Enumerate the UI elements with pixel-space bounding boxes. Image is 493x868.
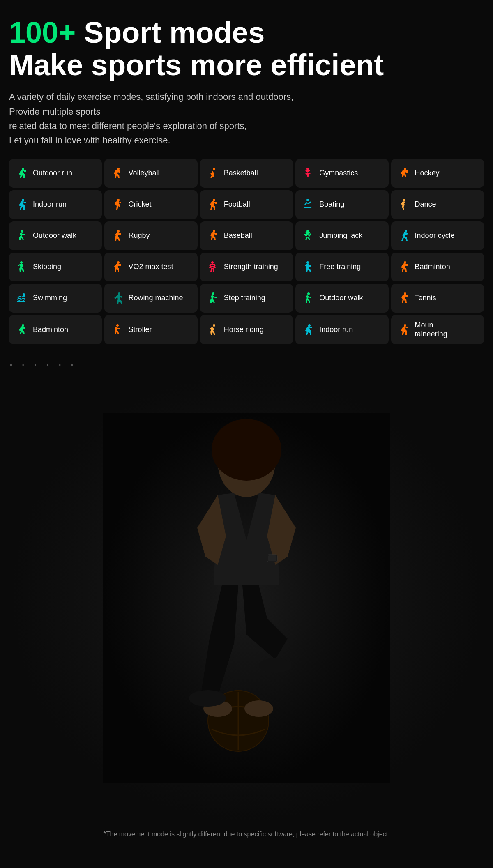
badminton1-label: Badminton: [415, 262, 450, 272]
description: A variety of daily exercise modes, satis…: [9, 90, 461, 147]
svg-point-40: [189, 690, 226, 707]
sports-grid: Outdoor run Volleyball Basketball Gymnas…: [9, 159, 484, 344]
svg-point-32: [212, 419, 281, 481]
jumping-jack-icon: [300, 229, 315, 242]
indoor-run2-icon: [300, 323, 315, 336]
badminton2-label: Badminton: [33, 325, 68, 334]
skipping-icon: [14, 260, 29, 274]
mountaineering-label: Mountaineering: [415, 321, 447, 338]
title-line2: Make sports more efficient: [9, 49, 484, 81]
sport-cell-mountaineering: Mountaineering: [391, 315, 484, 344]
outdoor-walk2-icon: [300, 292, 315, 305]
vo2-icon: [109, 260, 124, 274]
vo2-label: VO2 max test: [128, 262, 173, 272]
baseball-icon: [205, 229, 220, 242]
volleyball-label: Volleyball: [128, 169, 159, 178]
outdoor-walk-icon: [14, 229, 29, 242]
sport-cell-baseball: Baseball: [200, 221, 293, 250]
step-icon: [205, 292, 220, 305]
svg-point-9: [403, 199, 405, 201]
sport-cell-jumping-jack: Jumping jack: [295, 221, 388, 250]
sport-cell-free-training: Free training: [295, 253, 388, 281]
horse-riding-label: Horse riding: [224, 325, 264, 334]
outdoor-run-icon: [14, 167, 29, 180]
svg-point-18: [306, 261, 309, 264]
title-part1: Sport modes: [76, 16, 265, 49]
svg-point-37: [244, 700, 273, 717]
sport-cell-indoor-cycle: Indoor cycle: [391, 221, 484, 250]
sport-cell-volleyball: Volleyball: [104, 159, 197, 188]
volleyball-icon: [109, 167, 124, 180]
title-section: 100+ Sport modes Make sports more effici…: [9, 16, 484, 81]
svg-point-10: [21, 230, 23, 233]
badminton2-icon: [14, 323, 29, 336]
sport-cell-rowing: Rowing machine: [104, 284, 197, 313]
sport-cell-rugby: Rugby: [104, 221, 197, 250]
baseball-label: Baseball: [224, 231, 252, 240]
sport-cell-boating: Boating: [295, 190, 388, 219]
gymnastics-label: Gymnastics: [319, 169, 358, 178]
cricket-label: Cricket: [128, 200, 151, 209]
svg-point-2: [213, 168, 215, 170]
athlete-svg: [103, 413, 390, 783]
indoor-run2-label: Indoor run: [319, 325, 353, 334]
svg-point-41: [259, 658, 292, 673]
sport-cell-step: Step training: [200, 284, 293, 313]
sport-cell-badminton1: Badminton: [391, 253, 484, 281]
sport-cell-badminton2: Badminton: [9, 315, 102, 344]
jumping-jack-label: Jumping jack: [319, 231, 362, 240]
outdoor-walk-label: Outdoor walk: [33, 231, 76, 240]
svg-point-23: [307, 292, 310, 295]
sport-cell-cricket: Cricket: [104, 190, 197, 219]
dance-icon: [396, 198, 411, 211]
hockey-icon: [396, 167, 411, 180]
sport-cell-swimming: Swimming: [9, 284, 102, 313]
indoor-cycle-label: Indoor cycle: [415, 231, 455, 240]
svg-point-26: [116, 324, 119, 327]
football-label: Football: [224, 200, 250, 209]
sport-cell-tennis: Tennis: [391, 284, 484, 313]
svg-rect-39: [268, 555, 276, 561]
svg-point-27: [213, 324, 215, 327]
svg-point-22: [212, 292, 214, 295]
boating-icon: [300, 198, 315, 211]
hockey-label: Hockey: [415, 169, 440, 178]
svg-point-14: [405, 230, 407, 233]
athlete-section: [9, 372, 484, 824]
indoor-cycle-icon: [396, 229, 411, 242]
stroller-icon: [109, 323, 124, 336]
sport-cell-hockey: Hockey: [391, 159, 484, 188]
cricket-icon: [109, 198, 124, 211]
free-training-label: Free training: [319, 262, 361, 272]
step-label: Step training: [224, 294, 265, 303]
sport-cell-indoor-run: Indoor run: [9, 190, 102, 219]
gymnastics-icon: [300, 167, 315, 180]
sport-cell-outdoor-walk2: Outdoor walk: [295, 284, 388, 313]
rugby-icon: [109, 229, 124, 242]
sport-cell-dance: Dance: [391, 190, 484, 219]
stroller-label: Stroller: [128, 325, 152, 334]
badminton1-icon: [396, 260, 411, 274]
svg-point-8: [306, 199, 309, 201]
sport-cell-outdoor-walk: Outdoor walk: [9, 221, 102, 250]
swimming-icon: [14, 292, 29, 305]
rowing-label: Rowing machine: [128, 294, 183, 303]
outdoor-walk2-label: Outdoor walk: [319, 294, 363, 303]
sport-cell-basketball: Basketball: [200, 159, 293, 188]
title-line1: 100+ Sport modes: [9, 16, 484, 49]
dots-section: · · · · · ·: [9, 357, 484, 372]
strength-label: Strength training: [224, 262, 278, 272]
sport-cell-vo2: VO2 max test: [104, 253, 197, 281]
indoor-run-label: Indoor run: [33, 200, 67, 209]
svg-point-17: [211, 261, 214, 264]
title-accent: 100+: [9, 16, 76, 49]
sport-cell-outdoor-run: Outdoor run: [9, 159, 102, 188]
dance-label: Dance: [415, 200, 436, 209]
football-icon: [205, 198, 220, 211]
sport-cell-skipping: Skipping: [9, 253, 102, 281]
horse-riding-icon: [205, 323, 220, 336]
skipping-label: Skipping: [33, 262, 61, 272]
rugby-label: Rugby: [128, 231, 150, 240]
sport-cell-gymnastics: Gymnastics: [295, 159, 388, 188]
page-wrapper: 100+ Sport modes Make sports more effici…: [0, 0, 493, 853]
